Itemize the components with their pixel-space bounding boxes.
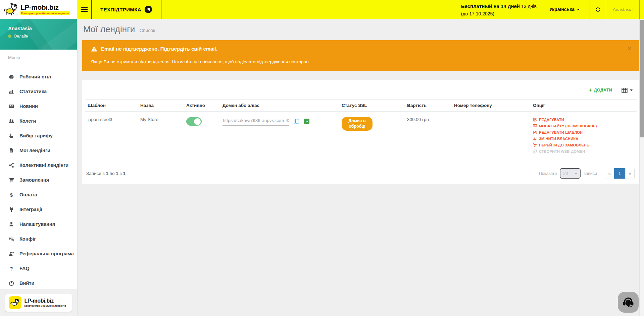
files-icon — [8, 148, 14, 153]
copy-icon[interactable] — [293, 118, 300, 125]
user-plus-icon — [8, 251, 14, 256]
sidebar: Anastasia Онлайн Меню Робочий стіл Стати… — [0, 19, 77, 316]
headset-icon — [622, 296, 635, 309]
hamburger-icon — [81, 7, 88, 12]
sidebar-item-integrations[interactable]: Інтеграції — [0, 202, 77, 217]
cell-phone — [451, 112, 530, 159]
telegram-icon — [144, 5, 152, 13]
resend-confirmation-link[interactable]: Натисніть це посилання, щоб надіслати пі… — [172, 59, 309, 64]
pager-prev[interactable]: « — [605, 168, 614, 179]
scrollbar[interactable] — [640, 19, 644, 316]
cart-icon — [8, 177, 14, 183]
power-icon — [8, 280, 14, 286]
table-header-row: Шаблон Назва Активно Домен або аліас Ста… — [85, 100, 637, 112]
add-button[interactable]: + ДОДАТИ — [589, 87, 612, 93]
sidebar-item-colleagues[interactable]: Колеги — [0, 114, 77, 128]
language-selector[interactable]: Українська — [549, 0, 580, 19]
refresh-button[interactable] — [590, 0, 606, 19]
banner-text: Якщо Ви не отримали підтвердження. — [91, 59, 172, 64]
sidebar-item-orders[interactable]: Замовлення — [0, 173, 77, 187]
support-link[interactable]: ТЕХПІДТРИМКА — [92, 0, 161, 19]
trial-info: Бесплатный на 14 дней 13 днів (до 17.10.… — [461, 0, 537, 19]
sidebar-item-logout[interactable]: Вийти — [0, 276, 77, 291]
user-icon — [8, 222, 14, 227]
trial-until: (до 17.10.2025) — [461, 10, 537, 18]
top-header: LP-mobi.biz Конструктор мобильных лендин… — [0, 0, 644, 19]
sidebar-item-tariff[interactable]: Вибір тарифу — [0, 128, 77, 143]
banner-title: Email не підтверджено. Підтвердіть свій … — [101, 46, 217, 52]
page-subtitle: Список — [140, 28, 155, 33]
sidebar-item-referral[interactable]: Реферальна програма — [0, 246, 77, 261]
option-edit[interactable]: РЕДАГУВАТИ — [533, 118, 634, 122]
pager-next[interactable]: » — [625, 168, 634, 179]
support-chat-button[interactable] — [618, 292, 639, 313]
user-menu[interactable]: Anastasia — [606, 0, 639, 19]
share-icon — [8, 163, 14, 168]
sidebar-item-payment[interactable]: $ Оплата — [0, 187, 77, 202]
option-create-web-domain: СТВОРИТИ WEB-ДОМЕН — [533, 149, 634, 153]
menu-section-label: Меню — [0, 50, 77, 60]
landings-table: Шаблон Назва Активно Домен або аліас Ста… — [85, 99, 637, 159]
edit-icon — [533, 130, 537, 134]
question-icon: ? — [8, 266, 14, 271]
sidebar-item-news[interactable]: Новини — [0, 99, 77, 114]
chevron-down-icon — [575, 173, 577, 174]
menu-toggle-button[interactable] — [77, 0, 92, 19]
records-label: записи — [584, 171, 597, 176]
show-label: Показати — [539, 171, 557, 176]
page-size-value: 20 — [563, 171, 568, 176]
option-edit-template[interactable]: РЕДАГУВАТИ ШАБЛОН — [533, 130, 634, 134]
clone-icon — [533, 149, 537, 153]
domain-input[interactable] — [222, 117, 289, 126]
profile-status: Онлайн — [8, 34, 77, 39]
dog-mascot-icon — [9, 296, 21, 309]
footer-logo[interactable]: LP-mobi.biz Конструктор мобільних лендін… — [5, 294, 72, 312]
profile-panel: Anastasia Онлайн — [0, 19, 77, 50]
online-status-label: Онлайн — [14, 34, 28, 39]
sidebar-item-settings[interactable]: Налаштування — [0, 217, 77, 232]
hand-pointer-icon — [8, 133, 14, 138]
close-icon[interactable]: × — [627, 45, 633, 53]
trial-days-left: 13 днів — [521, 4, 537, 9]
plug-icon — [8, 207, 14, 212]
sidebar-menu: Робочий стіл Статистика Новини Колеги Ви… — [0, 69, 77, 291]
profile-name: Anastasia — [8, 25, 77, 31]
plus-icon: + — [589, 87, 592, 93]
newspaper-icon — [8, 104, 14, 109]
external-link-icon[interactable]: ↗ — [304, 119, 309, 124]
trial-plan: Бесплатный на 14 дней — [461, 3, 520, 9]
refresh-icon — [595, 7, 601, 12]
table-footer: Записи з 1 по 1 з 1 Показати 20 записи «… — [85, 159, 637, 181]
sidebar-item-collective-landings[interactable]: Колективні лендінги — [0, 158, 77, 173]
email-warning-banner: Email не підтверджено. Підтвердіть свій … — [82, 40, 639, 71]
online-status-dot — [8, 35, 11, 38]
sidebar-item-my-landings[interactable]: Мої лендінги — [0, 143, 77, 158]
main-content: Мої лендінги Список Email не підтверджен… — [77, 19, 640, 316]
scrollbar-thumb[interactable] — [640, 20, 644, 137]
column-header: Вартість — [404, 100, 451, 112]
columns-toggle-button[interactable] — [622, 88, 633, 93]
sidebar-item-statistics[interactable]: Статистика — [0, 84, 77, 99]
option-site-language[interactable]: МОВА САЙТУ (НЕЗМІНЮВАНЕ) — [533, 124, 634, 128]
header-logo[interactable]: LP-mobi.biz Конструктор мобильных лендин… — [0, 0, 77, 19]
table-toolbar: + ДОДАТИ — [85, 84, 637, 96]
sidebar-item-faq[interactable]: ? FAQ — [0, 261, 77, 276]
pager-page-1[interactable]: 1 — [614, 168, 625, 179]
options-list: РЕДАГУВАТИ МОВА САЙТУ (НЕЗМІНЮВАНЕ) РЕДА… — [533, 117, 634, 153]
column-header: Опції — [530, 100, 637, 112]
dashboard-icon — [8, 74, 14, 79]
option-change-owner[interactable]: ЗМІНИТИ ВЛАСНИКА — [533, 137, 634, 141]
active-toggle[interactable] — [186, 117, 202, 126]
users-icon — [8, 118, 14, 124]
option-go-to-orders[interactable]: ПЕРЕЙТИ ДО ЗАМОВЛЕНЬ — [533, 143, 634, 147]
chevron-down-icon — [577, 9, 580, 10]
dollar-icon: $ — [8, 192, 14, 198]
page-size-select[interactable]: 20 — [560, 168, 581, 179]
pagination: « 1 » — [605, 168, 635, 179]
column-header: Статус SSL — [339, 100, 404, 112]
table-grid-icon — [622, 88, 628, 93]
cart-icon — [533, 143, 537, 147]
sidebar-item-config[interactable]: Конфіг — [0, 232, 77, 246]
sidebar-item-desktop[interactable]: Робочий стіл — [0, 69, 77, 84]
records-info: Записи з 1 по 1 з 1 — [86, 171, 126, 176]
